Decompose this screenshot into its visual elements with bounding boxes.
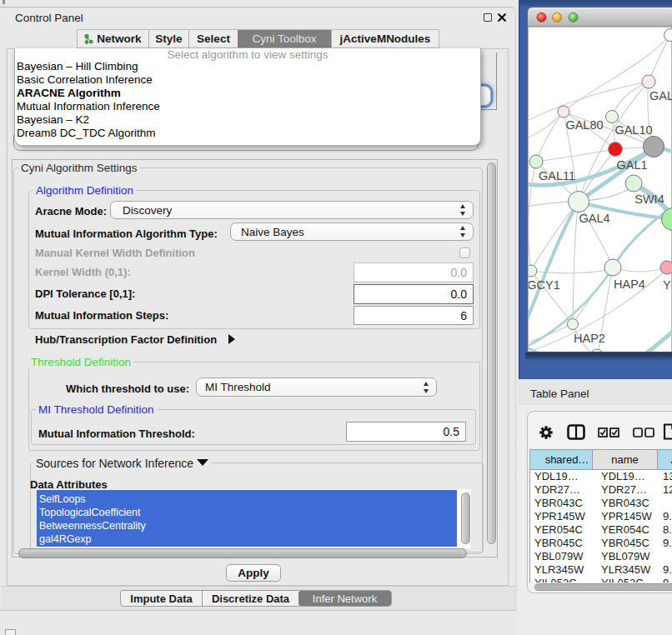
svg-text:GCY1: GCY1 bbox=[527, 278, 560, 292]
svg-text:GAL10: GAL10 bbox=[614, 123, 652, 137]
svg-text:GAL4: GAL4 bbox=[579, 212, 609, 225]
svg-text:GAL11: GAL11 bbox=[539, 169, 575, 182]
svg-text:GAL80: GAL80 bbox=[565, 118, 603, 132]
svg-text:GAL1: GAL1 bbox=[616, 158, 647, 172]
svg-text:HAP4: HAP4 bbox=[614, 278, 645, 291]
svg-text:SWI4: SWI4 bbox=[634, 192, 664, 206]
svg-text:HAP2: HAP2 bbox=[574, 332, 605, 345]
svg-text:Y: Y bbox=[663, 278, 671, 292]
svg-text:GAL2: GAL2 bbox=[649, 89, 672, 102]
